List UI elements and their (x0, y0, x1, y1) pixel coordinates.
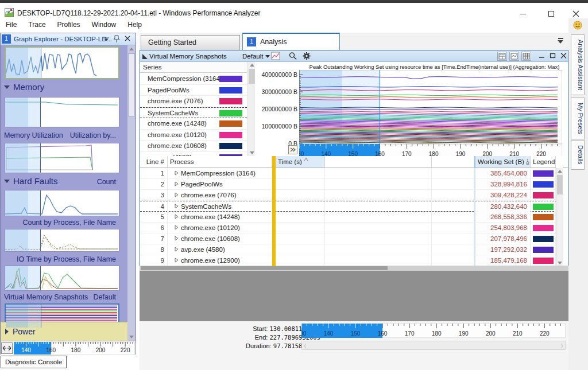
cell-process[interactable]: chrome.exe (12900) (168, 255, 272, 266)
table-row[interactable]: 8avp.exe (4580)197,292,032 (140, 244, 563, 255)
cell-working-set[interactable]: 385,454,080 (474, 168, 531, 179)
cell-time[interactable] (276, 244, 325, 255)
tab-list-dropdown-icon[interactable] (558, 38, 564, 44)
cell-empty[interactable] (432, 244, 474, 255)
table-row[interactable]: 4SystemCacheWs280,432,640 (140, 201, 563, 212)
thumbnail-memory-utilization-graph[interactable] (5, 143, 119, 173)
collapse-graph-icon[interactable] (142, 54, 148, 59)
chart-plot-area[interactable] (299, 70, 562, 144)
cell-empty[interactable] (325, 255, 432, 266)
column-header-legend[interactable]: Legend (531, 156, 556, 168)
minimize-button[interactable] (514, 9, 531, 19)
column-header-line[interactable]: Line # (140, 156, 168, 168)
menu-trace[interactable]: Trace (22, 18, 51, 32)
row-expander-icon[interactable] (175, 236, 179, 241)
cell-empty[interactable] (325, 233, 432, 244)
cell-time[interactable] (276, 255, 325, 266)
cell-empty[interactable] (325, 212, 432, 223)
cell-working-set[interactable]: 207,978,496 (474, 233, 531, 244)
table-scrollbar[interactable] (556, 168, 563, 266)
settings-gear-icon[interactable] (302, 52, 312, 61)
cell-empty[interactable] (432, 190, 474, 201)
series-row[interactable]: chrome.exe (10120) (140, 130, 247, 141)
cell-time[interactable] (276, 223, 325, 233)
panel-restore-icon[interactable] (548, 52, 558, 61)
cell-empty[interactable] (432, 179, 474, 190)
tab-getting-started[interactable]: Getting Started (141, 35, 240, 50)
cell-time[interactable] (276, 212, 325, 223)
scroll-up-icon[interactable] (250, 64, 254, 67)
cell-working-set[interactable]: 268,558,336 (474, 212, 531, 223)
series-row[interactable]: chrome.exe (7076) (140, 96, 247, 107)
cell-process[interactable]: chrome.exe (14248) (168, 212, 272, 223)
cell-working-set[interactable]: 254,803,968 (474, 223, 531, 233)
row-expander-icon[interactable] (175, 192, 179, 197)
cell-empty[interactable] (432, 201, 474, 212)
series-scrollbar[interactable] (247, 62, 255, 156)
rail-tab-analysis-assistant[interactable]: Analysis Assistant (571, 34, 585, 95)
column-header-process[interactable]: Process (168, 156, 272, 168)
cell-empty[interactable] (325, 190, 432, 201)
scroll-down-icon[interactable] (250, 151, 254, 154)
cell-empty[interactable] (325, 201, 432, 212)
row-expander-icon[interactable] (175, 225, 179, 230)
cell-empty[interactable] (325, 168, 432, 179)
cell-working-set[interactable]: 328,994,816 (474, 179, 531, 190)
view-table-only-icon[interactable] (521, 52, 531, 61)
cell-time[interactable] (276, 201, 325, 212)
panel-minimize-icon[interactable] (537, 52, 547, 61)
sidebar-scrollbar[interactable] (127, 45, 136, 341)
thumbnail-io-time-graph[interactable] (5, 266, 119, 291)
column-header-working-set[interactable]: Working Set (B) 1M (474, 156, 531, 168)
series-row[interactable]: chrome.exe (10608) (140, 141, 247, 152)
scroll-up-icon[interactable] (558, 170, 562, 173)
sidebar-timeline[interactable]: 140160180200220 (1, 341, 136, 355)
search-icon[interactable] (288, 52, 298, 61)
table-row[interactable]: 2PagedPoolWs328,994,816 (140, 179, 563, 190)
expand-axis-icon[interactable] (288, 145, 297, 154)
cell-working-set[interactable]: 197,292,032 (474, 244, 531, 255)
thumbnail-count-by-process-graph[interactable] (5, 229, 119, 252)
cell-empty[interactable] (325, 179, 432, 190)
table-row[interactable]: 6chrome.exe (10120)254,803,968 (140, 223, 563, 233)
cell-process[interactable]: chrome.exe (7076) (168, 190, 272, 201)
series-color-swatch[interactable] (219, 76, 242, 82)
cell-empty[interactable] (432, 223, 474, 233)
menu-profiles[interactable]: Profiles (52, 18, 86, 32)
series-color-swatch[interactable] (219, 87, 242, 94)
panel-dropdown-icon[interactable] (102, 35, 111, 44)
section-memory[interactable]: Memory (4, 82, 44, 92)
graph-column-divider[interactable] (272, 156, 276, 266)
cell-time[interactable] (276, 190, 325, 201)
scroll-up-icon[interactable] (129, 48, 134, 50)
view-chart-and-table-icon[interactable] (497, 52, 507, 61)
series-row[interactable]: chrome.exe (14248) (140, 118, 247, 130)
cell-empty[interactable] (432, 168, 474, 179)
graph-config-icon[interactable] (271, 52, 281, 61)
cell-process[interactable]: avp.exe (4580) (168, 244, 272, 255)
series-color-swatch[interactable] (219, 120, 242, 127)
menu-help[interactable]: Help (122, 18, 148, 32)
feedback-smiley-icon[interactable] (573, 21, 582, 30)
graph-panel-header[interactable]: Virtual Memory Snapshots Default (140, 50, 568, 62)
cell-empty[interactable] (325, 223, 432, 233)
menu-window[interactable]: Window (86, 18, 122, 32)
rail-tab-my-presets[interactable]: My Presets (571, 98, 585, 139)
close-panel-icon[interactable] (124, 35, 133, 44)
row-expander-icon[interactable] (175, 204, 179, 209)
series-row[interactable]: MemCompression (3164) (140, 73, 247, 85)
diagnostic-console-button[interactable]: Diagnostic Console (1, 356, 67, 368)
thumbnail-cpu-graph[interactable] (5, 46, 119, 79)
series-row[interactable]: SystemCacheWs (140, 107, 247, 119)
table-row[interactable]: 1MemCompression (3164)385,454,080 (140, 168, 563, 179)
graph-explorer-header[interactable]: 1 Graph Explorer - DESKTOP-LD... (1, 33, 136, 45)
timeline-zoom-button[interactable] (1, 342, 13, 354)
thumbnail-memory-graph[interactable] (5, 97, 119, 127)
column-header-empty-a[interactable] (325, 156, 432, 168)
row-expander-icon[interactable] (175, 181, 179, 186)
cell-process[interactable]: PagedPoolWs (168, 179, 272, 190)
cell-time[interactable] (276, 179, 325, 190)
section-hard-faults[interactable]: Hard Faults (4, 176, 58, 186)
scroll-down-icon[interactable] (129, 336, 134, 338)
scroll-down-icon[interactable] (558, 262, 562, 264)
